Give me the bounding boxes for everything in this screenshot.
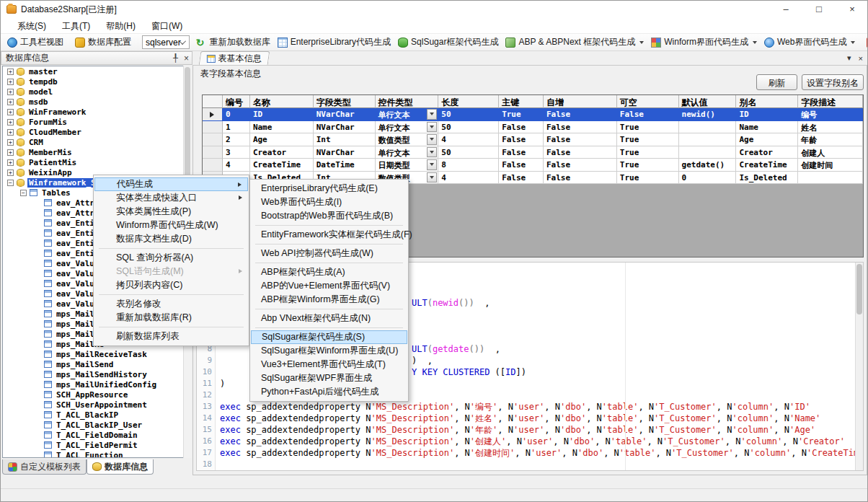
- grid-cell[interactable]: 1: [223, 121, 250, 134]
- grid-cell[interactable]: False: [544, 121, 617, 134]
- grid-cell[interactable]: False: [617, 108, 679, 121]
- grid-cell[interactable]: False: [499, 133, 544, 146]
- table-row[interactable]: 2AgeInt数值类型4FalseFalseTrueAge年龄: [203, 133, 863, 146]
- grid-cell[interactable]: NVarChar: [314, 146, 376, 159]
- grid-column-header[interactable]: 字段类型: [314, 95, 376, 108]
- toolbar-button--[interactable]: ×退出: [863, 35, 868, 50]
- menu-item[interactable]: ABP框架Winform界面生成(G): [251, 293, 407, 307]
- grid-cell[interactable]: False: [544, 159, 617, 172]
- minimize-button[interactable]: –: [769, 1, 802, 18]
- menu-item[interactable]: Python+FastApi后端代码生成: [251, 385, 407, 399]
- grid-cell[interactable]: 0: [679, 172, 737, 185]
- expand-icon[interactable]: +: [7, 159, 14, 166]
- menubar-item[interactable]: 工具(T): [54, 18, 98, 34]
- toolbar-button-winform-[interactable]: Winform界面代码生成: [647, 35, 761, 50]
- expand-icon[interactable]: +: [7, 169, 14, 176]
- menu-item[interactable]: SQL 查询分析器(A): [94, 251, 248, 265]
- grid-cell[interactable]: 单行文本: [376, 121, 439, 134]
- grid-cell[interactable]: 4: [438, 133, 499, 146]
- grid-column-header[interactable]: 可空: [617, 95, 679, 108]
- grid-cell[interactable]: [798, 172, 863, 185]
- tab-table-basic-info[interactable]: 表基本信息: [199, 51, 270, 65]
- menu-item[interactable]: ABP的Vue+Element界面代码(V): [251, 279, 407, 293]
- grid-cell[interactable]: Name: [736, 121, 798, 134]
- toolbar-button-sqlsugar-[interactable]: SqlSugar框架代码生成: [394, 35, 502, 50]
- tree-item[interactable]: mps_MailSend: [3, 359, 190, 369]
- menu-item[interactable]: Abp VNext框架代码生成(N): [251, 312, 407, 325]
- toolbar-button--[interactable]: ↻重新加载数据库: [192, 35, 274, 50]
- expand-icon[interactable]: +: [7, 69, 14, 75]
- grid-cell[interactable]: 单行文本: [376, 108, 439, 121]
- grid-cell[interactable]: False: [499, 159, 544, 172]
- grid-cell[interactable]: 50: [438, 108, 499, 121]
- expand-icon[interactable]: +: [7, 99, 14, 105]
- grid-cell[interactable]: 年龄: [798, 133, 863, 146]
- grid-cell[interactable]: ID: [736, 108, 798, 121]
- tree-item[interactable]: +tempdb: [3, 76, 190, 87]
- menu-item[interactable]: 重新加载数据库(R): [94, 311, 248, 325]
- tree-item[interactable]: T_ACL_BlackIP: [3, 410, 190, 420]
- toolbar-button-web-[interactable]: Web界面代码生成: [761, 35, 859, 50]
- row-selector[interactable]: [203, 108, 223, 121]
- row-selector[interactable]: [203, 133, 223, 146]
- expand-icon[interactable]: +: [7, 139, 14, 146]
- grid-cell[interactable]: True: [617, 146, 679, 159]
- row-selector[interactable]: [203, 159, 223, 172]
- menu-item[interactable]: Web界面代码生成(I): [251, 195, 407, 209]
- menu-item[interactable]: Vue3+Element界面代码生成(T): [251, 358, 407, 371]
- tree-item[interactable]: mps_MailUnifiedConfig: [3, 379, 190, 389]
- maximize-button[interactable]: □: [802, 1, 836, 18]
- grid-column-header[interactable]: 名称: [250, 95, 314, 108]
- menu-item[interactable]: ABP框架代码生成(A): [251, 265, 407, 279]
- menu-item[interactable]: 刷新数据库列表: [94, 330, 248, 343]
- table-row[interactable]: 3CreatorNVarChar单行文本50FalseFalseTrueCrea…: [203, 146, 863, 159]
- grid-cell[interactable]: False: [544, 146, 617, 159]
- tree-item[interactable]: +ForumMis: [3, 117, 190, 127]
- grid-column-header[interactable]: 编号: [223, 95, 250, 108]
- tab-list-dropdown-icon[interactable]: ▾: [847, 53, 851, 63]
- grid-cell[interactable]: 4: [223, 159, 250, 172]
- menu-item[interactable]: 实体类属性生成(P): [94, 205, 248, 219]
- combobox-dropdown-button[interactable]: [427, 147, 437, 158]
- tree-item[interactable]: +model: [3, 87, 190, 97]
- grid-cell[interactable]: getdate(): [679, 159, 737, 172]
- menu-item[interactable]: Winform界面代码生成(W): [94, 219, 248, 232]
- tree-item[interactable]: +WinFramework: [3, 107, 190, 117]
- expand-icon[interactable]: +: [7, 79, 14, 85]
- combobox-dropdown-button[interactable]: [427, 159, 437, 170]
- grid-column-header[interactable]: 控件类型: [376, 95, 439, 108]
- menubar-item[interactable]: 窗口(W): [143, 18, 190, 34]
- menu-item[interactable]: 拷贝列表内容(C): [94, 278, 248, 292]
- grid-cell[interactable]: 4: [438, 172, 499, 185]
- bottom-tab-inactive[interactable]: 自定义模板列表: [2, 459, 87, 475]
- grid-column-header[interactable]: 长度: [438, 95, 499, 108]
- toolbar-button-abp-abpnext-[interactable]: ABP & ABPNext 框架代码生成: [502, 35, 647, 50]
- row-selector[interactable]: [203, 146, 223, 159]
- expand-icon[interactable]: +: [7, 109, 14, 115]
- menu-item[interactable]: SqlSugar框架WPF界面生成: [251, 371, 407, 385]
- grid-cell[interactable]: Int: [314, 133, 376, 146]
- expand-icon[interactable]: +: [7, 149, 14, 156]
- tree-item[interactable]: mps_MailSendHistory: [3, 369, 190, 379]
- grid-cell[interactable]: 单行文本: [376, 146, 439, 159]
- grid-cell[interactable]: 8: [438, 159, 499, 172]
- grid-cell[interactable]: 日期类型: [376, 159, 439, 172]
- menubar-item[interactable]: 系统(S): [9, 18, 54, 34]
- grid-cell[interactable]: Is_Deleted: [736, 172, 798, 185]
- grid-column-header[interactable]: 字段描述: [798, 95, 863, 108]
- refresh-button[interactable]: 刷新: [756, 74, 797, 90]
- grid-column-header[interactable]: 自增: [544, 95, 617, 108]
- menu-item[interactable]: Bootstrap的Web界面代码生成(B): [251, 209, 407, 223]
- grid-cell[interactable]: CreateTime: [250, 159, 314, 172]
- tree-item[interactable]: T_ACL_FieldDomain: [3, 430, 190, 440]
- menu-item[interactable]: 数据库文档生成(D): [94, 232, 248, 246]
- menubar-item[interactable]: 帮助(H): [98, 18, 143, 34]
- close-panel-icon[interactable]: ×: [184, 53, 189, 63]
- grid-column-header[interactable]: 主键: [499, 95, 544, 108]
- table-row[interactable]: 0IDNVarChar单行文本50TrueFalseFalsenewid()ID…: [203, 108, 863, 121]
- tree-item[interactable]: +master: [3, 66, 190, 76]
- row-selector[interactable]: [203, 121, 223, 134]
- grid-cell[interactable]: Creator: [736, 146, 798, 159]
- grid-cell[interactable]: 50: [438, 121, 499, 134]
- close-button[interactable]: ×: [836, 1, 868, 18]
